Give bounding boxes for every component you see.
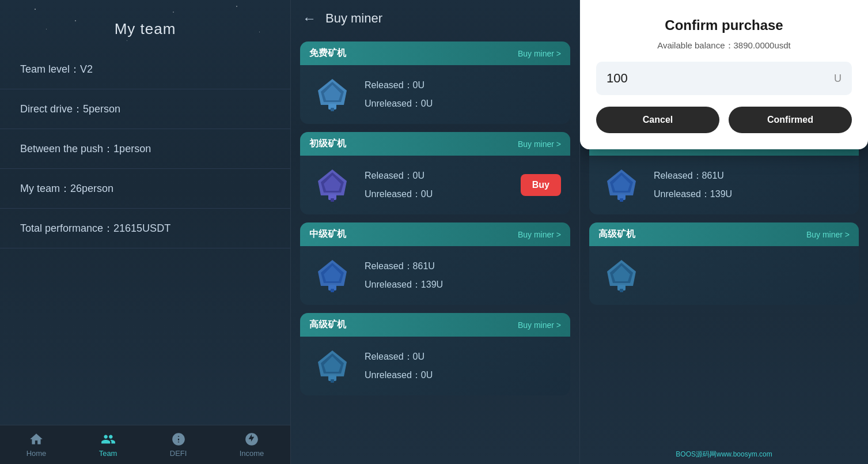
buy-miner-link[interactable]: Buy miner > xyxy=(518,49,561,58)
miner-card-header: 免费矿机 Buy miner > xyxy=(300,42,570,65)
miner-card: 免费矿机 Buy miner > Released：0U Unreleased：… xyxy=(300,42,570,124)
nav-team[interactable]: Team xyxy=(99,432,117,458)
miner-unreleased: Unreleased：0U xyxy=(365,366,561,384)
balance-value: 3890.0000usdt xyxy=(734,40,791,50)
my-team-count-item: My team：26person xyxy=(0,169,290,209)
home-icon xyxy=(29,432,44,447)
back-button[interactable]: ← xyxy=(302,10,316,27)
miner-name: 中级矿机 xyxy=(309,228,346,240)
miner-icon-svg xyxy=(601,257,642,295)
team-level-label: Team level：V2 xyxy=(20,63,93,75)
buy-button[interactable]: Buy xyxy=(521,174,561,196)
nav-defi-label: DEFI xyxy=(170,449,187,458)
direct-drive-label: Direct drive：5person xyxy=(20,103,120,115)
miner-unreleased: Unreleased：0U xyxy=(365,95,561,113)
miner-card-body xyxy=(589,246,859,305)
buy-miner-link[interactable]: Buy miner > xyxy=(806,230,850,239)
nav-income-label: Income xyxy=(240,449,264,458)
income-icon xyxy=(244,432,259,447)
svg-point-0 xyxy=(176,437,180,442)
nav-home-label: Home xyxy=(26,449,47,458)
confirm-balance: Available balance：3890.0000usdt xyxy=(596,40,852,51)
buy-miner-link[interactable]: Buy miner > xyxy=(518,139,561,149)
miner-card-body: Released：0U Unreleased：0U xyxy=(300,337,570,395)
nav-home[interactable]: Home xyxy=(26,432,47,458)
nav-team-label: Team xyxy=(99,449,117,458)
miner-name: 初级矿机 xyxy=(309,138,346,150)
panel-team: My team Team level：V2 Direct drive：5pers… xyxy=(0,0,291,464)
miner-stats: Released：0U Unreleased：0U xyxy=(365,76,561,113)
miner-released: Released：0U xyxy=(365,348,561,366)
confirm-amount-field: 100 U xyxy=(596,62,852,95)
nav-income[interactable]: Income xyxy=(240,432,264,458)
miner-card: 高级矿机 Buy miner > Released：0U Unreleased：… xyxy=(300,313,570,395)
bottom-nav: Home Team DEFI Income xyxy=(0,425,290,464)
miner-unreleased: Unreleased：139U xyxy=(365,276,561,294)
miner-list: 免费矿机 Buy miner > Released：0U Unreleased：… xyxy=(291,37,579,464)
miner-stats: Released：0U Unreleased：0U xyxy=(365,167,511,203)
confirm-unit: U xyxy=(834,73,842,85)
miner-card-header: 高级矿机 Buy miner > xyxy=(589,222,859,246)
miner-name: 高级矿机 xyxy=(309,319,346,331)
miner-icon-svg xyxy=(312,76,352,114)
miner-released: Released：861U xyxy=(365,257,561,276)
miner-stats: Released：861U Unreleased：139U xyxy=(654,167,850,203)
miner-card: 高级矿机 Buy miner > xyxy=(589,222,859,305)
miner-released: Released：861U xyxy=(654,167,850,185)
miner-released: Released：0U xyxy=(365,167,511,185)
watermark-text: BOOS源码网www.boosym.com xyxy=(676,450,772,459)
miner-card-body: Released：861U Unreleased：139U xyxy=(300,246,570,305)
miner-icon-wrap xyxy=(598,165,645,205)
buy-miner-title: Buy miner xyxy=(325,11,382,26)
miner-unreleased: Unreleased：0U xyxy=(365,185,511,203)
nav-defi[interactable]: DEFI xyxy=(170,432,187,458)
cancel-button[interactable]: Cancel xyxy=(596,107,719,133)
svg-rect-15 xyxy=(331,289,334,292)
svg-rect-30 xyxy=(620,198,623,202)
miner-icon-wrap xyxy=(309,74,355,115)
miner-card-body: Released：861U Unreleased：139U xyxy=(589,156,859,214)
miner-stats: Released：0U Unreleased：0U xyxy=(365,348,561,384)
miner-card-body: Released：0U Unreleased：0U Buy xyxy=(300,156,570,214)
buy-miner-link[interactable]: Buy miner > xyxy=(518,320,561,330)
miner-card-body: Released：0U Unreleased：0U xyxy=(300,65,570,124)
confirmed-button[interactable]: Confirmed xyxy=(729,107,852,133)
buy-miner-link[interactable]: Buy miner > xyxy=(518,230,561,239)
svg-rect-20 xyxy=(331,379,334,383)
miner-icon-wrap xyxy=(598,255,645,296)
total-performance-label: Total performance：21615USDT xyxy=(20,222,170,234)
team-level-item: Team level：V2 xyxy=(0,50,290,89)
my-team-title: My team xyxy=(115,20,176,37)
miner-icon-svg xyxy=(601,167,642,204)
svg-rect-35 xyxy=(620,289,623,292)
panel-buy-miner: ← Buy miner 免费矿机 Buy miner > Released：0U… xyxy=(291,0,580,464)
between-push-item: Between the push：1person xyxy=(0,129,290,169)
team-icon xyxy=(101,432,116,447)
my-team-count-label: My team：26person xyxy=(20,183,113,194)
miner-icon-svg xyxy=(312,348,352,385)
miner-icon-wrap xyxy=(309,255,355,296)
between-push-label: Between the push：1person xyxy=(20,143,151,154)
confirm-amount-value: 100 xyxy=(607,71,628,86)
miner-icon-wrap xyxy=(309,346,355,386)
confirm-purchase-title: Confirm purchase xyxy=(596,17,852,33)
miner-card: 初级矿机 Buy miner > Released：0U Unreleased：… xyxy=(300,132,570,214)
confirm-action-buttons: Cancel Confirmed xyxy=(596,107,852,133)
miner-card-header: 高级矿机 Buy miner > xyxy=(300,313,570,337)
miner-name: 高级矿机 xyxy=(598,228,635,240)
balance-label: Available balance： xyxy=(657,40,733,50)
svg-rect-5 xyxy=(331,108,334,111)
miner-name: 免费矿机 xyxy=(309,47,346,59)
miner-card-header: 初级矿机 Buy miner > xyxy=(300,132,570,156)
svg-rect-10 xyxy=(331,198,334,202)
miner-card-header: 中级矿机 Buy miner > xyxy=(300,222,570,246)
miner-icon-wrap xyxy=(309,165,355,205)
direct-drive-item: Direct drive：5person xyxy=(0,89,290,129)
total-performance-item: Total performance：21615USDT xyxy=(0,209,290,248)
miner-icon-svg xyxy=(312,257,352,295)
miner-stats: Released：861U Unreleased：139U xyxy=(365,257,561,294)
buy-miner-header: ← Buy miner xyxy=(291,0,579,37)
defi-icon xyxy=(171,432,186,447)
confirm-purchase-modal: Confirm purchase Available balance：3890.… xyxy=(580,0,868,149)
team-info-list: Team level：V2 Direct drive：5person Betwe… xyxy=(0,50,290,425)
